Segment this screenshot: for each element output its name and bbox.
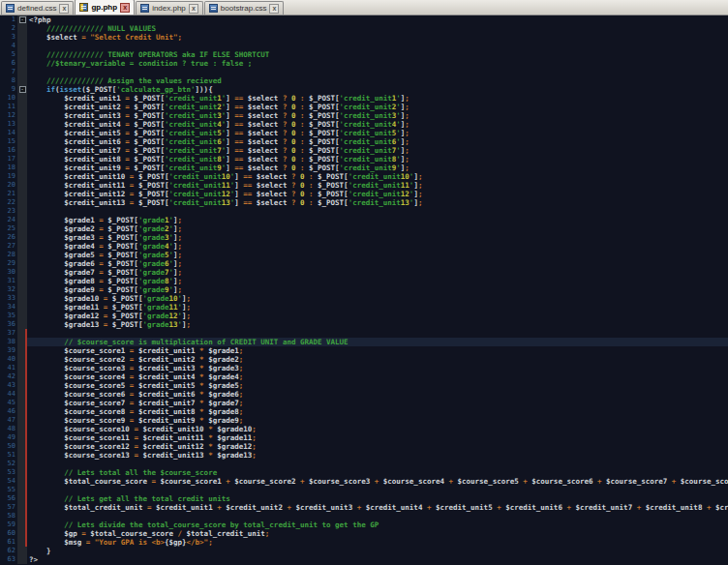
code-line[interactable]: $course_score5 = $credit_unit5 * $grade5… xyxy=(27,381,728,390)
code-line[interactable]: $grade3 = $_POST['grade3']; xyxy=(27,233,728,242)
editor-line: 18 $credit_unit9 = $_POST['credit_unit9'… xyxy=(0,164,728,172)
code-line[interactable]: $credit_unit4 = $_POST['credit_unit4'] =… xyxy=(27,120,728,129)
editor-line: 19 $credit_unit10 = $_POST['credit_unit1… xyxy=(0,172,728,181)
fold-margin xyxy=(17,242,27,251)
code-line[interactable]: $grade4 = $_POST['grade4']; xyxy=(27,242,728,251)
line-number: 15 xyxy=(0,137,17,146)
code-line[interactable] xyxy=(27,207,728,216)
editor-line: 2 ///////////// NULL VALUES xyxy=(0,24,728,33)
code-line[interactable]: // $course_score is multiplication of CR… xyxy=(27,338,728,346)
code-line[interactable]: $credit_unit8 = $_POST['credit_unit8'] =… xyxy=(27,155,728,164)
editor: 1-<?php2 ///////////// NULL VALUES3 $sel… xyxy=(0,15,728,565)
code-line[interactable]: $grade5 = $_POST['grade5']; xyxy=(27,251,728,259)
code-line[interactable]: $course_score7 = $credit_unit7 * $grade7… xyxy=(27,399,728,407)
code-line[interactable]: $credit_unit12 = $_POST['credit_unit12']… xyxy=(27,190,728,198)
code-line[interactable]: $grade10 = $_POST['grade10']; xyxy=(27,294,728,303)
code-line[interactable]: $select = "Select Credit Unit"; xyxy=(27,33,728,42)
fold-margin xyxy=(17,285,27,294)
code-line[interactable]: $grade13 = $_POST['grade13']; xyxy=(27,320,728,329)
code-line[interactable]: $total_course_score = $course_score1 + $… xyxy=(27,477,728,486)
line-number: 12 xyxy=(0,111,17,120)
code-line[interactable]: $course_score13 = $credit_unit13 * $grad… xyxy=(27,451,728,460)
code-line[interactable]: $grade11 = $_POST['grade11']; xyxy=(27,303,728,312)
close-icon[interactable]: x xyxy=(120,3,130,13)
line-number: 25 xyxy=(0,224,17,233)
code-line[interactable]: $course_score6 = $credit_unit6 * $grade6… xyxy=(27,390,728,399)
code-line[interactable]: //$tenary_variable = condition ? true : … xyxy=(27,59,728,68)
code-line[interactable]: $credit_unit10 = $_POST['credit_unit10']… xyxy=(27,172,728,181)
line-number: 42 xyxy=(0,372,17,381)
code-line[interactable]: ?> xyxy=(27,555,728,564)
code-line[interactable]: $grade6 = $_POST['grade6']; xyxy=(27,259,728,268)
fold-margin xyxy=(17,111,27,120)
close-icon[interactable]: x xyxy=(269,4,279,14)
tab-index.php[interactable]: index.phpx xyxy=(136,1,203,15)
code-line[interactable]: $course_score8 = $credit_unit8 * $grade8… xyxy=(27,407,728,416)
editor-line: 37 xyxy=(0,329,728,338)
fold-margin xyxy=(17,181,27,190)
code-line[interactable]: $grade2 = $_POST['grade2']; xyxy=(27,224,728,233)
code-line[interactable]: ///////////// Assign the values recieved xyxy=(27,76,728,85)
code-line[interactable]: $credit_unit6 = $_POST['credit_unit6'] =… xyxy=(27,137,728,146)
code-line[interactable]: $credit_unit13 = $_POST['credit_unit13']… xyxy=(27,198,728,207)
code-line[interactable]: $credit_unit9 = $_POST['credit_unit9'] =… xyxy=(27,164,728,172)
code-line[interactable]: $course_score4 = $credit_unit4 * $grade4… xyxy=(27,372,728,381)
fold-margin xyxy=(17,512,27,520)
code-line[interactable]: <?php xyxy=(27,15,728,24)
code-line[interactable]: $course_score3 = $credit_unit3 * $grade3… xyxy=(27,364,728,372)
code-line[interactable] xyxy=(27,486,728,494)
code-line[interactable]: $total_credit_unit = $credit_unit1 + $cr… xyxy=(27,503,728,512)
fold-margin xyxy=(17,460,27,468)
code-line[interactable]: $grade9 = $_POST['grade9']; xyxy=(27,285,728,294)
code-line[interactable]: $credit_unit11 = $_POST['credit_unit11']… xyxy=(27,181,728,190)
code-line[interactable]: $course_score1 = $credit_unit1 * $grade1… xyxy=(27,346,728,355)
line-number: 36 xyxy=(0,320,17,329)
code-line[interactable]: $gp = $total_course_score / $total_credi… xyxy=(27,529,728,538)
line-number: 56 xyxy=(0,494,17,503)
tab-bootstrap.css[interactable]: bootstrap.cssx xyxy=(204,1,285,15)
code-line[interactable]: // Lets get all the total credit units xyxy=(27,494,728,503)
code-line[interactable]: // Lets divide the total_course_score by… xyxy=(27,520,728,529)
close-icon[interactable]: x xyxy=(189,4,198,14)
code-line[interactable]: $course_score11 = $credit_unit11 * $grad… xyxy=(27,433,728,442)
code-line[interactable]: $msg = "Your GPA is <b>{$gp}</b>"; xyxy=(27,538,728,547)
code-line[interactable] xyxy=(27,42,728,50)
code-line[interactable]: $grade12 = $_POST['grade12']; xyxy=(27,312,728,320)
code-line[interactable] xyxy=(27,68,728,76)
code-line[interactable]: $course_score9 = $credit_unit9 * $grade9… xyxy=(27,416,728,425)
editor-line: 34 $grade11 = $_POST['grade11']; xyxy=(0,303,728,312)
editor-line: 22 $credit_unit13 = $_POST['credit_unit1… xyxy=(0,198,728,207)
code-line[interactable]: $grade8 = $_POST['grade8']; xyxy=(27,277,728,285)
fold-margin xyxy=(17,451,27,460)
code-line[interactable]: $credit_unit5 = $_POST['credit_unit5'] =… xyxy=(27,129,728,137)
fold-margin xyxy=(17,294,27,303)
code-line[interactable]: $grade7 = $_POST['grade7']; xyxy=(27,268,728,277)
code-line[interactable]: $credit_unit3 = $_POST['credit_unit3'] =… xyxy=(27,111,728,120)
code-line[interactable]: $credit_unit2 = $_POST['credit_unit2'] =… xyxy=(27,103,728,111)
editor-line: 32 $grade9 = $_POST['grade9']; xyxy=(0,285,728,294)
code-line[interactable]: if(isset($_POST['calculate_gp_btn'])){ xyxy=(27,85,728,94)
code-line[interactable]: $grade1 = $_POST['grade1']; xyxy=(27,216,728,224)
tab-gp.php[interactable]: gp.phpx xyxy=(75,0,135,15)
editor-line: 5 ///////////// TENARY OPERATORS aka IF … xyxy=(0,50,728,59)
editor-line: 10 $credit_unit1 = $_POST['credit_unit1'… xyxy=(0,94,728,103)
editor-line: 52 xyxy=(0,460,728,468)
code-line[interactable] xyxy=(27,512,728,520)
code-line[interactable]: $course_score10 = $credit_unit10 * $grad… xyxy=(27,425,728,433)
editor-line: 63?> xyxy=(0,555,728,564)
fold-collapse-icon[interactable]: - xyxy=(19,16,26,23)
close-icon[interactable]: x xyxy=(59,4,69,14)
tab-defined.css[interactable]: defined.cssx xyxy=(1,1,74,15)
code-line[interactable]: $course_score12 = $credit_unit12 * $grad… xyxy=(27,442,728,451)
code-line[interactable] xyxy=(27,329,728,338)
code-line[interactable]: $credit_unit1 = $_POST['credit_unit1'] =… xyxy=(27,94,728,103)
code-line[interactable]: ///////////// TENARY OPERATORS aka IF EL… xyxy=(27,50,728,59)
code-line[interactable]: ///////////// NULL VALUES xyxy=(27,24,728,33)
fold-collapse-icon[interactable]: - xyxy=(19,86,26,93)
code-line[interactable]: $credit_unit7 = $_POST['credit_unit7'] =… xyxy=(27,146,728,155)
code-line[interactable]: $course_score2 = $credit_unit2 * $grade2… xyxy=(27,355,728,364)
code-line[interactable]: } xyxy=(27,547,728,555)
line-number: 17 xyxy=(0,155,17,164)
code-line[interactable] xyxy=(27,460,728,468)
code-line[interactable]: // Lets total all the $course_score xyxy=(27,468,728,477)
